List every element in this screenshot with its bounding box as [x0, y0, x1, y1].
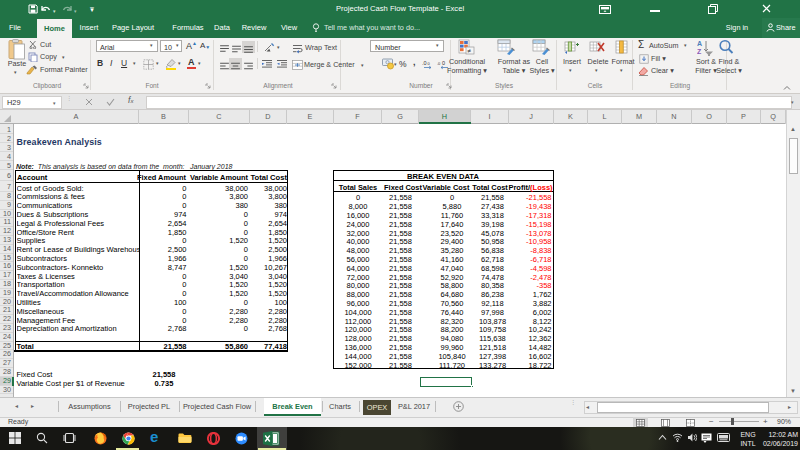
svg-text:Z: Z — [697, 48, 702, 55]
svg-text:≠: ≠ — [468, 47, 472, 54]
svg-text:A: A — [697, 40, 702, 47]
